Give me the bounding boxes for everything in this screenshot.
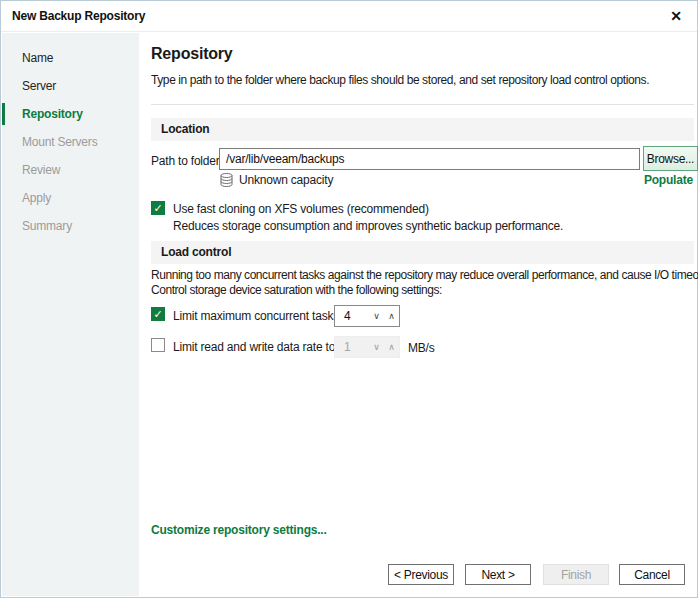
check-icon: ✓: [153, 308, 162, 320]
path-to-folder-label: Path to folder:: [151, 154, 223, 168]
close-icon[interactable]: ✕: [665, 6, 687, 26]
limit-tasks-checkbox[interactable]: ✓: [151, 307, 165, 321]
fast-cloning-label[interactable]: Use fast cloning on XFS volumes (recomme…: [173, 202, 429, 216]
capacity-row: Unknown capacity: [220, 172, 333, 187]
window-title: New Backup Repository: [12, 9, 145, 23]
database-icon: [220, 173, 233, 187]
capacity-status-text: Unknown capacity: [239, 173, 333, 187]
path-to-folder-input[interactable]: [219, 148, 640, 170]
next-button[interactable]: Next >: [465, 564, 531, 585]
sidebar-item-apply: Apply: [2, 184, 139, 212]
chevron-up-icon: ∧: [384, 337, 399, 357]
fast-cloning-note: Reduces storage consumption and improves…: [173, 219, 563, 233]
sidebar-item-mount-servers: Mount Servers: [2, 128, 139, 156]
chevron-down-icon: ∨: [369, 337, 384, 357]
load-control-description: Running too many concurrent tasks agains…: [151, 269, 698, 299]
sidebar-item-summary: Summary: [2, 212, 139, 240]
previous-button[interactable]: < Previous: [388, 564, 454, 585]
limit-rate-checkbox[interactable]: [151, 338, 165, 352]
sidebar-item-name[interactable]: Name: [2, 44, 139, 72]
finish-button: Finish: [543, 564, 609, 585]
populate-link[interactable]: Populate: [644, 173, 693, 187]
limit-tasks-label[interactable]: Limit maximum concurrent tasks to:: [173, 309, 355, 323]
title-bar: New Backup Repository ✕: [1, 1, 697, 32]
tasks-spinner[interactable]: 4 ∨ ∧: [334, 305, 400, 327]
browse-button[interactable]: Browse...: [643, 146, 698, 171]
page-description: Type in path to the folder where backup …: [151, 73, 649, 87]
chevron-up-icon[interactable]: ∧: [384, 306, 399, 326]
chevron-down-icon[interactable]: ∨: [369, 306, 384, 326]
load-control-section-header: Load control: [151, 241, 694, 264]
sidebar-item-server[interactable]: Server: [2, 72, 139, 100]
sidebar-item-repository[interactable]: Repository: [2, 100, 139, 128]
header-divider: [151, 104, 694, 105]
sidebar-item-review: Review: [2, 156, 139, 184]
load-control-description-line1: Running too many concurrent tasks agains…: [151, 269, 698, 282]
limit-rate-label[interactable]: Limit read and write data rate to:: [173, 340, 338, 354]
page-title: Repository: [151, 45, 233, 63]
rate-value: 1: [335, 340, 369, 354]
fast-cloning-checkbox[interactable]: ✓: [151, 201, 165, 215]
load-control-description-line2: Control storage device saturation with t…: [151, 284, 698, 297]
location-section-header: Location: [151, 118, 694, 141]
rate-spinner-disabled: 1 ∨ ∧: [334, 336, 400, 358]
check-icon: ✓: [153, 202, 162, 214]
tasks-value[interactable]: 4: [335, 309, 369, 323]
new-backup-repository-dialog: New Backup Repository ✕ Name Server Repo…: [0, 0, 698, 598]
wizard-steps-sidebar: Name Server Repository Mount Servers Rev…: [2, 33, 139, 596]
rate-unit-label: MB/s: [408, 341, 435, 355]
cancel-button[interactable]: Cancel: [619, 564, 685, 585]
customize-repository-settings-link[interactable]: Customize repository settings...: [151, 523, 327, 537]
